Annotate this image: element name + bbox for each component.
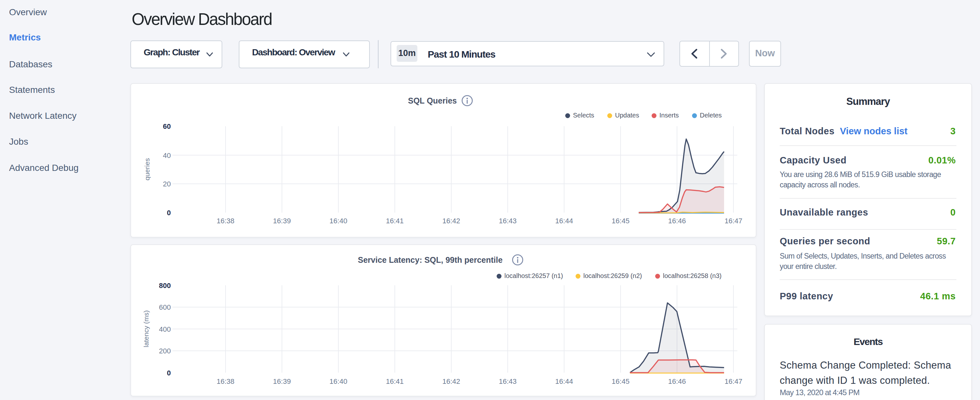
svg-text:16:38: 16:38: [216, 377, 234, 386]
svg-text:16:42: 16:42: [442, 377, 460, 386]
svg-text:16:46: 16:46: [668, 377, 686, 386]
svg-text:16:39: 16:39: [273, 377, 291, 386]
svg-text:200: 200: [159, 347, 171, 355]
svg-text:16:45: 16:45: [612, 377, 630, 386]
svg-text:16:43: 16:43: [499, 377, 517, 386]
svg-text:400: 400: [159, 325, 171, 333]
svg-text:16:44: 16:44: [555, 377, 573, 386]
svg-text:16:47: 16:47: [724, 377, 742, 386]
svg-text:16:40: 16:40: [329, 377, 347, 386]
svg-text:800: 800: [159, 282, 171, 290]
svg-text:600: 600: [159, 303, 171, 311]
svg-text:0: 0: [167, 369, 171, 377]
svg-text:16:41: 16:41: [386, 377, 404, 386]
